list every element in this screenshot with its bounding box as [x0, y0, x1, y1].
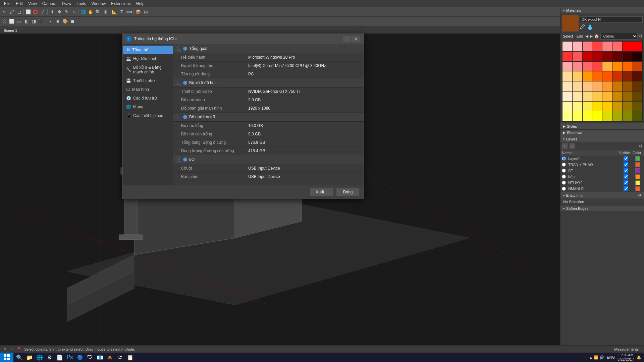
color-swatch[interactable]: [573, 42, 582, 51]
group-icon[interactable]: 🗂: [142, 8, 149, 16]
color-swatch[interactable]: [562, 71, 572, 81]
layer-color-2[interactable]: [635, 168, 640, 173]
layer-color-0[interactable]: [635, 156, 640, 161]
taskbar-notification-icon[interactable]: 🔔: [637, 355, 641, 360]
scene-tab-1[interactable]: Scene 1: [0, 27, 21, 34]
color-swatch[interactable]: [573, 81, 582, 91]
view-left-icon[interactable]: ◧: [23, 18, 30, 25]
layer-radio-0[interactable]: [562, 157, 566, 161]
menu-camera[interactable]: Camera: [40, 1, 59, 7]
material-name-input[interactable]: [580, 16, 643, 22]
color-swatch[interactable]: [632, 81, 642, 91]
color-swatch[interactable]: [573, 52, 582, 61]
styles-header[interactable]: ▶ Styles: [560, 123, 644, 129]
taskbar-settings-icon[interactable]: ⚙: [45, 353, 54, 362]
view-right-icon[interactable]: ◨: [30, 18, 38, 25]
layer-color-3[interactable]: [635, 174, 640, 179]
color-swatch[interactable]: [583, 92, 592, 101]
color-swatch[interactable]: [592, 52, 602, 61]
color-swatch[interactable]: [632, 52, 642, 61]
color-swatch[interactable]: [612, 81, 622, 91]
layer-visible-2[interactable]: [624, 168, 628, 173]
nav-item-mang[interactable]: 🌐Mạng: [123, 103, 173, 111]
nav-item-cac-o-luu-tru[interactable]: 💿Các ổ lưu trữ: [123, 94, 173, 103]
pan-tool-icon[interactable]: ✋: [87, 8, 94, 16]
color-swatch[interactable]: [562, 42, 572, 51]
color-swatch[interactable]: [602, 71, 612, 81]
color-swatch[interactable]: [612, 71, 622, 81]
color-swatch[interactable]: [632, 62, 642, 71]
nav-item-thiet-bi-nho[interactable]: 💾Thiết bị nhớ: [123, 76, 173, 85]
add-layer-button[interactable]: +: [562, 143, 568, 149]
color-swatch[interactable]: [562, 102, 572, 111]
menu-help[interactable]: Help: [133, 1, 147, 7]
color-swatch[interactable]: [612, 92, 622, 101]
start-button[interactable]: [0, 353, 13, 362]
color-swatch[interactable]: [583, 111, 592, 121]
edit-tab[interactable]: Edit: [576, 34, 584, 39]
color-swatch[interactable]: [602, 92, 612, 101]
layer-visible-3[interactable]: [624, 174, 628, 179]
rectangle-tool-icon[interactable]: ⬜: [24, 8, 32, 16]
nav-item-tong-the[interactable]: 🖥Tổng thể: [123, 46, 173, 54]
taskbar-file-explorer-icon[interactable]: 📁: [25, 353, 34, 362]
color-swatch[interactable]: [612, 111, 622, 121]
color-swatch[interactable]: [592, 62, 602, 71]
materials-header[interactable]: ▾ Materials: [560, 7, 644, 13]
dimension-tool-icon[interactable]: ⟺: [125, 8, 133, 16]
nav-item-man-hinh[interactable]: 🖵Màn hình: [123, 85, 173, 94]
push-pull-icon[interactable]: ⬆: [48, 8, 56, 16]
color-swatch[interactable]: [612, 52, 622, 61]
color-swatch[interactable]: [602, 111, 612, 121]
material-options-icon[interactable]: ⚙: [639, 34, 643, 39]
color-swatch[interactable]: [602, 42, 612, 51]
color-swatch[interactable]: [623, 42, 632, 51]
color-swatch[interactable]: [583, 71, 592, 81]
view-iso-icon[interactable]: ⬡: [1, 18, 8, 25]
color-swatch[interactable]: [623, 81, 632, 91]
mat-home-icon[interactable]: 🏠: [594, 34, 599, 39]
rotate-tool-icon[interactable]: ↻: [63, 8, 70, 16]
color-swatch[interactable]: [573, 62, 582, 71]
taskbar-app1-icon[interactable]: 📧: [95, 353, 105, 362]
circle-tool-icon[interactable]: ⭕: [32, 8, 39, 16]
shadows-header[interactable]: ▶ Shadows: [560, 130, 644, 136]
taskbar-office-icon[interactable]: 📄: [55, 353, 64, 362]
move-tool-icon[interactable]: ✥: [56, 8, 63, 16]
color-swatch[interactable]: [623, 71, 632, 81]
color-swatch[interactable]: [602, 81, 612, 91]
nav-item-bo-xu-li[interactable]: 🔧Bộ xử lí & Bảng mạch chính: [123, 63, 173, 76]
zoom-extents-icon[interactable]: ⊞: [102, 8, 109, 16]
export-button[interactable]: Xuất...: [310, 188, 333, 196]
mat-forward-icon[interactable]: ▶: [590, 34, 593, 39]
scale-tool-icon[interactable]: ⤡: [70, 8, 78, 16]
nav-item-cac-thiet-bi-khac[interactable]: 📱Các thiết bị khác: [123, 111, 173, 120]
color-swatch[interactable]: [562, 111, 572, 121]
color-swatch[interactable]: [602, 62, 612, 71]
taskbar-chrome-icon[interactable]: 🔵: [75, 353, 85, 362]
taskbar-browser-icon[interactable]: 🌐: [35, 353, 44, 362]
select-tool-icon[interactable]: ↖: [1, 8, 8, 16]
color-swatch[interactable]: [573, 71, 582, 81]
section-expand-icon-2[interactable]: −: [177, 115, 181, 119]
dialog-minimize-button[interactable]: −: [343, 36, 351, 42]
taskbar-app2-icon[interactable]: 🗂: [115, 353, 125, 362]
layer-color-5[interactable]: [635, 186, 640, 191]
color-swatch[interactable]: [592, 81, 602, 91]
color-swatch[interactable]: [602, 102, 612, 111]
entity-info-header[interactable]: ▾ Entity Info ⚙: [560, 192, 644, 198]
layer-visible-0[interactable]: [624, 156, 628, 161]
zoom-tool-icon[interactable]: 🔍: [94, 8, 102, 16]
color-swatch[interactable]: [583, 42, 592, 51]
layer-row[interactable]: NTHAY2: [560, 180, 644, 186]
color-swatch[interactable]: [562, 92, 572, 101]
display-solid-icon[interactable]: ■: [54, 18, 61, 25]
layer-row[interactable]: NMANH2: [560, 186, 644, 192]
color-swatch[interactable]: [623, 92, 632, 101]
section-expand-icon-3[interactable]: −: [177, 158, 181, 162]
soften-edges-header[interactable]: ▾ Soften Edges: [560, 205, 644, 212]
delete-layer-button[interactable]: −: [569, 143, 575, 149]
layer-row[interactable]: CT: [560, 168, 644, 174]
layer-radio-1[interactable]: [562, 163, 566, 167]
color-swatch[interactable]: [562, 52, 572, 61]
